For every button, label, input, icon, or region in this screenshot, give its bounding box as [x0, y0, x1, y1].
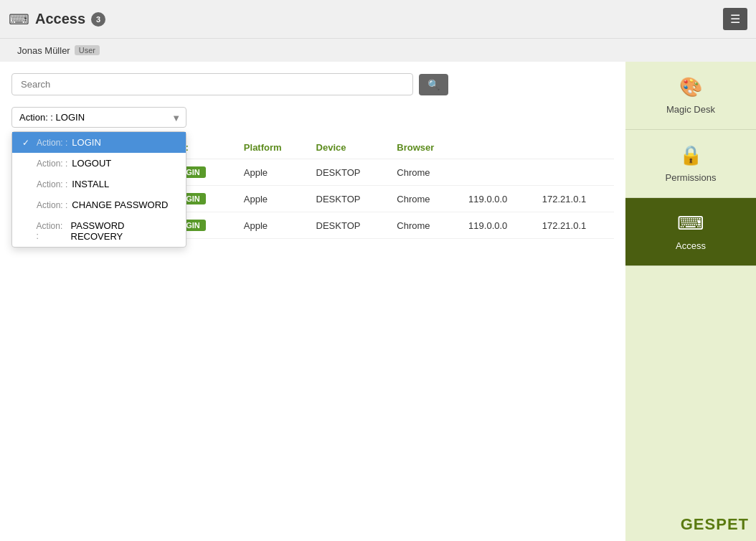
cell-ip2-2: 172.21.0.1: [534, 186, 614, 212]
cell-platform-3: Apple: [235, 212, 308, 239]
sidebar-item-access[interactable]: ⌨ Access: [625, 198, 756, 266]
sidebar-item-magic-desk[interactable]: 🎨 Magic Desk: [625, 62, 756, 130]
col-device[interactable]: Device: [308, 136, 389, 159]
cell-device-2: DESKTOP: [308, 186, 389, 212]
notification-badge: 3: [91, 12, 105, 27]
search-bar: 🔍: [11, 73, 614, 95]
cell-device-1: DESKTOP: [308, 159, 389, 186]
header-left: ⌨ Access 3: [9, 11, 105, 28]
content-area: 🔍 Action: : LOGIN Action: : LOGOUT Actio…: [0, 62, 625, 541]
user-name: Jonas Müller: [17, 45, 70, 56]
dropdown-item-change-password[interactable]: Action: : CHANGE PASSWORD: [12, 194, 186, 215]
check-icon: ✓: [22, 138, 32, 148]
sub-header: Jonas Müller User: [0, 39, 756, 62]
dropdown-prefix-1: Action: :: [37, 138, 67, 148]
dropdown-item-logout[interactable]: Action: : LOGOUT: [12, 153, 186, 174]
sidebar-item-permissions[interactable]: 🔒 Permissions: [625, 130, 756, 198]
action-filter-select[interactable]: Action: : LOGIN Action: : LOGOUT Action:…: [11, 107, 186, 128]
cell-browser-3: Chrome: [388, 212, 460, 239]
page-title: Access: [35, 11, 85, 27]
header: ⌨ Access 3 ☰: [0, 0, 756, 39]
col-ip2: [534, 136, 614, 159]
lock-icon: 🔒: [679, 144, 702, 166]
dropdown-prefix-5: Action: :: [37, 221, 67, 241]
search-input[interactable]: [11, 73, 413, 95]
right-sidebar: 🎨 Magic Desk 🔒 Permissions ⌨ Access: [625, 62, 756, 541]
sidebar-label-permissions: Permissions: [666, 172, 717, 183]
cell-ip1-1: [460, 159, 534, 186]
sidebar-label-access: Access: [676, 240, 706, 251]
dropdown-prefix-2: Action: :: [37, 159, 67, 169]
dropdown-value-3: INSTALL: [72, 179, 109, 189]
cell-platform-2: Apple: [235, 186, 308, 212]
user-info: Jonas Müller User: [9, 42, 108, 59]
cell-browser-1: Chrome: [388, 159, 460, 186]
sidebar-label-magic-desk: Magic Desk: [666, 104, 715, 115]
action-dropdown-menu: ✓ Action: : LOGIN Action: : LOGOUT Actio…: [11, 131, 186, 248]
dropdown-item-password-recovery[interactable]: Action: : PASSWORD RECOVERY: [12, 215, 186, 247]
dropdown-item-login[interactable]: ✓ Action: : LOGIN: [12, 132, 186, 153]
keyboard-icon: ⌨: [9, 11, 29, 28]
branding-logo: GESPET: [681, 515, 749, 534]
search-button[interactable]: 🔍: [419, 74, 448, 95]
cell-device-3: DESKTOP: [308, 212, 389, 239]
col-ip1: [460, 136, 534, 159]
cell-ip1-2: 119.0.0.0: [460, 186, 534, 212]
dropdown-value-5: PASSWORD RECOVERY: [71, 220, 176, 242]
dropdown-item-install[interactable]: Action: : INSTALL: [12, 174, 186, 194]
palette-icon: 🎨: [679, 76, 702, 98]
cell-ip2-1: [534, 159, 614, 186]
dropdown-value-2: LOGOUT: [72, 158, 111, 169]
dropdown-value-1: LOGIN: [72, 137, 100, 148]
cell-platform-1: Apple: [235, 159, 308, 186]
col-platform[interactable]: Platform: [235, 136, 308, 159]
user-tag: User: [75, 45, 100, 55]
keyboard-sidebar-icon: ⌨: [677, 212, 704, 235]
col-browser[interactable]: Browser: [388, 136, 460, 159]
cell-browser-2: Chrome: [388, 186, 460, 212]
cell-ip2-3: 172.21.0.1: [534, 212, 614, 239]
action-filter-wrapper: Action: : LOGIN Action: : LOGOUT Action:…: [11, 107, 186, 128]
filter-row: Action: : LOGIN Action: : LOGOUT Action:…: [11, 107, 614, 128]
dropdown-prefix-3: Action: :: [37, 179, 67, 189]
main-layout: 🔍 Action: : LOGIN Action: : LOGOUT Actio…: [0, 62, 756, 541]
hamburger-button[interactable]: ☰: [723, 8, 747, 30]
dropdown-prefix-4: Action: :: [37, 200, 67, 210]
dropdown-value-4: CHANGE PASSWORD: [72, 199, 168, 210]
cell-ip1-3: 119.0.0.0: [460, 212, 534, 239]
